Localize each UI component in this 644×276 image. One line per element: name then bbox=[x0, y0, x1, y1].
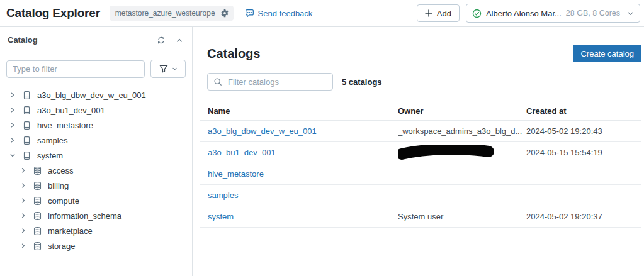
tree-item-label: a3o_blg_dbw_dev_w_eu_001 bbox=[37, 91, 146, 100]
database-icon bbox=[33, 181, 42, 190]
catalog-link[interactable]: a3o_blg_dbw_dev_w_eu_001 bbox=[200, 126, 398, 136]
compute-resources: 28 GB, 8 Cores bbox=[566, 9, 620, 18]
tree-item-label: system bbox=[37, 151, 63, 160]
chevron-right-icon[interactable] bbox=[20, 228, 26, 234]
tree-item-information_schema[interactable]: information_schema bbox=[0, 208, 192, 223]
catalog-icon bbox=[22, 106, 31, 115]
redaction-mark bbox=[398, 145, 499, 161]
chevron-right-icon[interactable] bbox=[9, 107, 16, 113]
catalog-sidebar: Catalog a3o_blg_dbw_dev_w_eu bbox=[0, 27, 193, 276]
tree-item-hive_metastore[interactable]: hive_metastore bbox=[0, 118, 192, 133]
column-header-owner[interactable]: Owner bbox=[398, 106, 526, 116]
catalog-link[interactable]: system bbox=[200, 212, 398, 221]
catalog-icon bbox=[22, 136, 31, 145]
chevron-right-icon[interactable] bbox=[20, 243, 26, 249]
user-name: Alberto Alonso Mar... bbox=[486, 9, 562, 18]
plus-icon bbox=[425, 9, 432, 17]
chevron-up-icon[interactable] bbox=[176, 36, 183, 44]
tree-item-label: information_schema bbox=[48, 211, 121, 221]
table-row: systemSystem user2024-05-02 19:20:37 bbox=[200, 206, 641, 228]
content-area: Catalog a3o_blg_dbw_dev_w_eu bbox=[0, 27, 644, 276]
owner-cell bbox=[398, 145, 526, 161]
search-row: 5 catalogs bbox=[207, 73, 641, 91]
tree-item-label: access bbox=[48, 166, 73, 175]
check-circle-icon bbox=[472, 9, 482, 18]
tree-item-compute[interactable]: compute bbox=[0, 193, 192, 208]
sidebar-header: Catalog bbox=[0, 27, 192, 53]
main-panel: Catalogs Create catalog 5 catalogs Name … bbox=[193, 27, 644, 276]
tree-item-system[interactable]: system bbox=[0, 148, 192, 163]
catalog-search-box[interactable] bbox=[207, 73, 333, 91]
app-title: Catalog Explorer bbox=[6, 6, 100, 20]
chevron-down-icon[interactable] bbox=[9, 152, 16, 158]
catalog-tree: a3o_blg_dbw_dev_w_eu_001a3o_bu1_dev_001h… bbox=[0, 83, 192, 253]
catalog-search-input[interactable] bbox=[227, 77, 327, 87]
chevron-down-icon bbox=[172, 66, 178, 72]
catalogs-table: Name Owner Created at a3o_blg_dbw_dev_w_… bbox=[200, 101, 641, 228]
tree-item-label: marketplace bbox=[48, 226, 93, 236]
database-icon bbox=[33, 226, 42, 236]
metastore-badge: metastore_azure_westeurope bbox=[110, 6, 234, 21]
database-icon bbox=[33, 166, 42, 175]
page-title: Catalogs bbox=[207, 47, 260, 61]
owner-cell: System user bbox=[398, 212, 526, 221]
chevron-right-icon[interactable] bbox=[20, 182, 26, 189]
database-icon bbox=[33, 196, 42, 206]
catalog-link[interactable]: a3o_bu1_dev_001 bbox=[200, 148, 398, 157]
catalogs-table-body: a3o_blg_dbw_dev_w_eu_001_workspace_admin… bbox=[200, 121, 641, 228]
tree-item-label: storage bbox=[48, 241, 75, 251]
tree-item-a3o_bu1_dev_001[interactable]: a3o_bu1_dev_001 bbox=[0, 102, 192, 118]
refresh-icon[interactable] bbox=[157, 36, 166, 45]
add-button[interactable]: Add bbox=[417, 4, 460, 22]
catalog-icon bbox=[22, 121, 31, 130]
catalog-icon bbox=[22, 151, 31, 160]
chevron-right-icon[interactable] bbox=[20, 197, 26, 204]
gear-icon[interactable] bbox=[220, 9, 229, 18]
tree-item-samples[interactable]: samples bbox=[0, 133, 192, 148]
chevron-right-icon[interactable] bbox=[9, 92, 16, 98]
chevron-right-icon[interactable] bbox=[20, 213, 26, 219]
chevron-down-icon bbox=[627, 10, 634, 17]
filter-options-button[interactable] bbox=[150, 60, 186, 78]
column-header-name[interactable]: Name bbox=[200, 106, 398, 116]
send-feedback-link[interactable]: Send feedback bbox=[245, 9, 313, 18]
tree-item-access[interactable]: access bbox=[0, 163, 192, 178]
metastore-badge-label: metastore_azure_westeurope bbox=[115, 9, 215, 18]
column-header-created-at[interactable]: Created at bbox=[526, 106, 641, 116]
chevron-right-icon[interactable] bbox=[9, 122, 16, 128]
create-catalog-button[interactable]: Create catalog bbox=[573, 45, 641, 62]
chevron-right-icon[interactable] bbox=[9, 137, 16, 143]
send-feedback-label: Send feedback bbox=[258, 9, 313, 18]
tree-item-label: hive_metastore bbox=[37, 121, 93, 130]
database-icon bbox=[33, 241, 42, 251]
catalog-link[interactable]: samples bbox=[200, 190, 398, 200]
table-row: a3o_bu1_dev_0012024-05-15 15:54:19 bbox=[200, 142, 641, 163]
filter-funnel-icon bbox=[159, 65, 168, 73]
tree-item-label: samples bbox=[37, 136, 67, 145]
compute-selector[interactable]: Alberto Alonso Mar... 28 GB, 8 Cores bbox=[466, 4, 640, 23]
created-at-cell: 2024-05-02 19:20:37 bbox=[526, 212, 641, 221]
catalog-link[interactable]: hive_metastore bbox=[200, 169, 398, 179]
sidebar-filter-input[interactable] bbox=[6, 60, 145, 78]
sidebar-title: Catalog bbox=[8, 35, 38, 45]
table-row: hive_metastore bbox=[200, 163, 641, 185]
tree-item-a3o_blg_dbw_dev_w_eu_001[interactable]: a3o_blg_dbw_dev_w_eu_001 bbox=[0, 87, 192, 102]
catalog-icon bbox=[22, 91, 31, 100]
chevron-right-icon[interactable] bbox=[20, 167, 26, 174]
search-icon bbox=[213, 77, 222, 86]
table-header-row: Name Owner Created at bbox=[200, 101, 641, 121]
tree-item-label: billing bbox=[48, 181, 69, 190]
database-icon bbox=[33, 211, 42, 221]
tree-item-marketplace[interactable]: marketplace bbox=[0, 223, 192, 238]
top-bar: Catalog Explorer metastore_azure_westeur… bbox=[0, 0, 644, 27]
tree-item-storage[interactable]: storage bbox=[0, 238, 192, 253]
tree-item-billing[interactable]: billing bbox=[0, 178, 192, 193]
feedback-bubble-icon bbox=[245, 9, 254, 18]
created-at-cell: 2024-05-02 19:20:43 bbox=[526, 126, 641, 136]
main-header: Catalogs Create catalog bbox=[207, 45, 641, 62]
tree-item-label: a3o_bu1_dev_001 bbox=[37, 106, 105, 115]
tree-item-label: compute bbox=[48, 196, 79, 206]
add-button-label: Add bbox=[437, 9, 451, 18]
created-at-cell: 2024-05-15 15:54:19 bbox=[526, 148, 641, 157]
sidebar-filter-row bbox=[0, 53, 192, 83]
